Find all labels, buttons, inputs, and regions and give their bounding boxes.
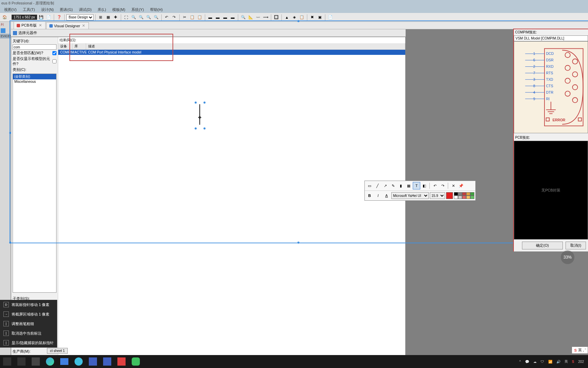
tray-network-icon[interactable]: 📶 [547,359,554,364]
zoom-fit-icon[interactable]: ⛶ [123,14,130,21]
menu-tools[interactable]: 工具(T) [20,6,38,13]
doc-icon[interactable]: 📄 [327,14,334,21]
svg-text:RI: RI [546,97,550,101]
tab-close-icon[interactable]: ✕ [38,23,43,28]
measure-icon[interactable]: 📐 [247,14,254,21]
save-icon[interactable]: 💾 [38,14,45,21]
category-all[interactable]: (全部类别) [13,74,56,79]
close-panel-icon[interactable] [1,28,5,33]
highlight-tool-icon[interactable]: ▮ [397,182,405,189]
color-red-swatch[interactable] [446,192,453,199]
design-dropdown[interactable]: Base Design [66,14,94,20]
task-edge[interactable] [43,355,57,368]
tray-ime[interactable]: 英 [563,358,569,365]
misc2-icon[interactable]: ◈ [291,14,298,21]
misc1-icon[interactable]: ▲ [283,14,290,21]
redo2-icon[interactable]: ↷ [439,182,446,189]
pin-icon[interactable]: 📌 [457,182,465,189]
route-icon[interactable]: ⟿ [262,14,269,21]
task-browser[interactable] [71,355,86,368]
misc3-icon[interactable]: 📋 [298,14,305,21]
misc4-icon[interactable]: ▣ [316,14,323,21]
search-icon[interactable]: 🔍 [240,14,247,21]
table-row[interactable]: COMPIM ACTIVE COM Port Physical Interfac… [58,50,405,55]
tray-chevron-icon[interactable]: ^ [518,359,522,364]
cancel-button[interactable]: 取消(I) [566,242,586,249]
font-dropdown[interactable]: Microsoft YaHei UI [391,192,429,199]
font-color-icon[interactable]: A [383,192,390,199]
undo-icon[interactable]: ↶ [163,14,170,21]
ok-button[interactable]: 确定(O) [522,242,563,249]
delete-icon[interactable]: ✖ [309,14,316,21]
tray-time[interactable]: 202 [577,359,585,364]
menu-debug[interactable]: 调试(D) [76,6,94,13]
task-mail[interactable] [57,355,71,368]
tray-volume-icon[interactable]: 🔊 [555,359,562,364]
tray-shield-icon[interactable]: 🛡 [539,359,545,364]
copy-icon[interactable]: 📋 [189,14,196,21]
task-app3[interactable] [29,355,43,368]
task-app5[interactable] [114,355,129,368]
menu-system[interactable]: 系统(Y) [129,6,147,13]
cut-icon[interactable]: ✂ [181,14,188,21]
menu-library[interactable]: 库(L) [95,6,109,13]
close2-icon[interactable]: ✕ [450,182,457,189]
task-snip[interactable] [100,355,114,368]
line-tool-icon[interactable]: ╱ [374,182,381,189]
category-misc[interactable]: Miscellaneous [13,79,56,84]
menu-view[interactable]: 视图(V) [1,6,19,13]
page-icon[interactable]: 📄 [45,14,52,21]
undo2-icon[interactable]: ↶ [431,182,439,189]
tab-close-icon[interactable]: ✕ [81,24,86,28]
italic-icon[interactable]: I [374,192,382,199]
menu-help[interactable]: 帮助(H) [147,6,165,13]
tray-wechat-icon[interactable]: 💬 [524,359,530,364]
category-list[interactable]: (全部类别) Miscellaneous [13,74,56,293]
help-icon[interactable]: ❓ [56,14,63,21]
keyword-input[interactable] [13,44,56,50]
tab-pcb[interactable]: PCB布版 ✕ [14,21,46,29]
tab-visual-designer[interactable]: Visual Designer ✕ [46,22,89,29]
ime-indicator[interactable]: S 英 , ' [572,347,588,354]
grid-icon[interactable]: ⊞ [97,14,104,21]
sheet-tab[interactable]: ct sheet 1 [47,348,68,354]
zoom-area-icon[interactable]: 🔍 [145,14,152,21]
tray-sogou-icon[interactable]: S [571,359,576,364]
menu-template[interactable]: 模板(M) [110,6,128,13]
zoom-out-icon[interactable]: 🔍 [138,14,145,21]
eraser-tool-icon[interactable]: ◧ [421,182,428,189]
align2-icon[interactable]: ▬ [214,14,221,21]
align4-icon[interactable]: ▬ [229,14,236,21]
task-app4[interactable] [86,355,100,368]
match-all-checkbox[interactable] [52,51,56,55]
tray-cloud-icon[interactable]: ☁ [532,359,538,364]
size-dropdown[interactable]: 15.9 [430,192,445,199]
show-models-checkbox[interactable] [52,59,56,63]
align1-icon[interactable]: ▬ [207,14,214,21]
grid2-icon[interactable]: ▦ [105,14,112,21]
wire-icon[interactable]: 〰 [255,14,262,21]
task-app2[interactable] [14,355,29,368]
mosaic-tool-icon[interactable]: ▦ [405,182,412,189]
zoom-all-icon[interactable]: 🔍 [153,14,160,21]
crosshair-icon[interactable]: ✚ [112,14,119,21]
menu-chart[interactable]: 图表(G) [57,6,76,13]
paste-icon[interactable]: 📋 [196,14,203,21]
bold-icon[interactable]: B [366,192,373,199]
task-app1[interactable] [0,355,14,368]
col-desc[interactable]: 描述 [86,43,405,49]
pen-tool-icon[interactable]: ✎ [389,182,397,189]
text-tool-icon[interactable]: T [413,182,420,189]
redo-icon[interactable]: ↷ [171,14,178,21]
col-lib[interactable]: 库 [72,43,86,49]
arrow-tool-icon[interactable]: ↗ [381,182,389,189]
task-wechat[interactable] [129,355,143,368]
align3-icon[interactable]: ▬ [222,14,229,21]
col-device[interactable]: 设备 [58,43,72,49]
home-icon[interactable]: 🏠 [1,14,8,21]
zoom-in-icon[interactable]: 🔍 [130,14,137,21]
component-icon[interactable]: 🔲 [273,14,280,21]
menu-design[interactable]: 设计(N) [38,6,56,13]
color-palette[interactable] [454,192,474,199]
rect-tool-icon[interactable]: ▭ [366,182,373,189]
